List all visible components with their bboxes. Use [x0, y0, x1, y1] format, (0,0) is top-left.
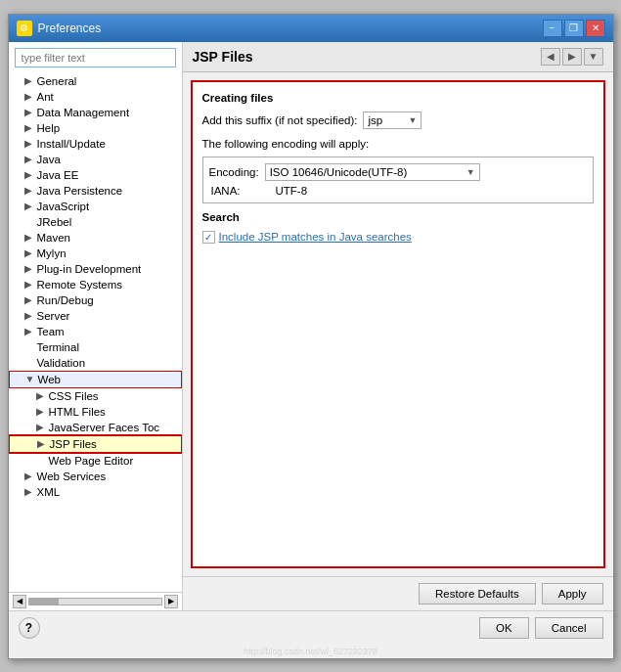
sidebar-item-general[interactable]: ▶ General — [9, 73, 182, 89]
arrow-icon: ▶ — [24, 138, 34, 149]
iana-label: IANA: — [211, 185, 270, 197]
restore-button[interactable]: ❐ — [564, 20, 584, 37]
title-bar: ⚙ Preferences − ❐ ✕ — [9, 15, 613, 42]
arrow-icon: ▶ — [36, 422, 46, 432]
sidebar-item-label: Maven — [37, 232, 71, 244]
sidebar-item-java[interactable]: ▶ Java — [9, 152, 182, 167]
suffix-select[interactable]: jsp ▼ — [363, 112, 421, 129]
sidebar-item-server[interactable]: ▶ Server — [9, 308, 182, 324]
sidebar-item-label: General — [37, 75, 77, 87]
help-button[interactable]: ? — [19, 617, 40, 639]
sidebar-item-label: Web — [38, 374, 61, 385]
dropdown-button[interactable]: ▼ — [584, 48, 603, 66]
sidebar-item-label: Web Services — [37, 470, 107, 482]
scrollbar-track — [28, 598, 162, 605]
sidebar-item-web-page-editor[interactable]: ▶ Web Page Editor — [9, 453, 182, 469]
scroll-left-button[interactable]: ◀ — [13, 595, 26, 608]
sidebar-item-css-files[interactable]: ▶ CSS Files — [9, 388, 182, 404]
sidebar-item-label: Server — [37, 310, 70, 322]
apply-button[interactable]: Apply — [542, 583, 603, 605]
title-bar-left: ⚙ Preferences — [17, 21, 102, 36]
suffix-value: jsp — [368, 114, 382, 126]
arrow-icon: ▶ — [24, 263, 34, 274]
arrow-icon: ▶ — [24, 201, 34, 211]
sidebar-item-terminal[interactable]: ▶ Terminal — [9, 339, 182, 355]
sidebar-item-label: JRebel — [37, 216, 72, 228]
scroll-right-button[interactable]: ▶ — [164, 595, 178, 608]
sidebar-item-ant[interactable]: ▶ Ant — [9, 89, 182, 105]
suffix-label: Add this suffix (if not specified): — [202, 114, 358, 126]
expand-arrow-icon: ▼ — [25, 374, 35, 384]
sidebar-item-plugin-development[interactable]: ▶ Plug-in Development — [9, 261, 182, 277]
encoding-label: Encoding: — [209, 166, 259, 178]
sidebar-item-java-ee[interactable]: ▶ Java EE — [9, 167, 182, 183]
encoding-dropdown-arrow-icon: ▼ — [466, 167, 475, 177]
encoding-value: ISO 10646/Unicode(UTF-8) — [270, 166, 408, 178]
sidebar-item-jsf[interactable]: ▶ JavaServer Faces Toc — [9, 420, 182, 435]
sidebar-item-web-services[interactable]: ▶ Web Services — [9, 469, 182, 484]
arrow-icon: ▶ — [24, 185, 34, 196]
iana-row: IANA: UTF-8 — [209, 185, 587, 197]
search-section: Search ✓ Include JSP matches in Java sea… — [202, 211, 594, 244]
arrow-icon: ▶ — [24, 310, 34, 321]
arrow-icon: ▶ — [24, 247, 34, 258]
forward-button[interactable]: ▶ — [562, 48, 582, 66]
sidebar-item-jrebel[interactable]: ▶ JRebel — [9, 214, 182, 230]
arrow-icon: ▶ — [36, 406, 46, 417]
cancel-button[interactable]: Cancel — [535, 617, 603, 639]
encoding-desc-label: The following encoding will apply: — [202, 138, 370, 150]
close-button[interactable]: ✕ — [586, 20, 605, 37]
encoding-select[interactable]: ISO 10646/Unicode(UTF-8) ▼ — [265, 163, 480, 181]
title-buttons: − ❐ ✕ — [543, 20, 605, 37]
window-title: Preferences — [38, 22, 102, 35]
sidebar-item-help[interactable]: ▶ Help — [9, 120, 182, 136]
sidebar-item-mylyn[interactable]: ▶ Mylyn — [9, 246, 182, 261]
horizontal-scrollbar: ◀ ▶ — [9, 592, 182, 610]
ok-button[interactable]: OK — [479, 617, 529, 639]
sidebar-item-label: Help — [37, 122, 61, 134]
checkmark-icon: ✓ — [204, 232, 212, 243]
arrow-icon: ▶ — [24, 107, 34, 117]
arrow-icon: ▶ — [37, 438, 47, 449]
include-jsp-label[interactable]: Include JSP matches in Java searches — [219, 231, 412, 243]
sidebar-item-validation[interactable]: ▶ Validation — [9, 355, 182, 371]
content-area: ▶ General ▶ Ant ▶ Data Management ▶ Help… — [9, 42, 613, 610]
sidebar-item-data-management[interactable]: ▶ Data Management — [9, 105, 182, 120]
sidebar-item-jsp-files[interactable]: ▶ JSP Files — [9, 435, 182, 453]
sidebar-item-label: Plug-in Development — [37, 263, 142, 275]
sidebar-item-java-persistence[interactable]: ▶ Java Persistence — [9, 183, 182, 199]
ok-cancel-buttons: OK Cancel — [479, 617, 602, 639]
back-button[interactable]: ◀ — [541, 48, 560, 66]
sidebar-item-web[interactable]: ▼ Web — [9, 371, 182, 388]
arrow-icon: ▶ — [24, 169, 34, 180]
action-buttons: Restore Defaults Apply — [419, 583, 602, 605]
preferences-window: ⚙ Preferences − ❐ ✕ ▶ General ▶ Ant — [8, 14, 614, 659]
sidebar-item-label: Java — [37, 154, 61, 165]
search-input[interactable] — [15, 48, 176, 67]
nav-arrows: ◀ ▶ ▼ — [541, 48, 603, 66]
sidebar-item-team[interactable]: ▶ Team — [9, 324, 182, 339]
arrow-icon: ▶ — [24, 470, 34, 481]
sidebar-item-maven[interactable]: ▶ Maven — [9, 230, 182, 246]
sidebar-item-label: HTML Files — [49, 406, 106, 418]
sidebar-item-remote-systems[interactable]: ▶ Remote Systems — [9, 277, 182, 292]
arrow-icon: ▶ — [36, 390, 46, 401]
sidebar-item-xml[interactable]: ▶ XML — [9, 484, 182, 500]
sidebar-item-install-update[interactable]: ▶ Install/Update — [9, 136, 182, 152]
content-box: Creating files Add this suffix (if not s… — [191, 80, 605, 568]
encoding-box: Encoding: ISO 10646/Unicode(UTF-8) ▼ IAN… — [202, 157, 594, 203]
arrow-icon: ▶ — [24, 91, 34, 102]
sidebar-item-label: Java EE — [37, 169, 79, 181]
dropdown-arrow-icon: ▼ — [409, 115, 418, 125]
sidebar-item-run-debug[interactable]: ▶ Run/Debug — [9, 292, 182, 308]
include-jsp-checkbox[interactable]: ✓ — [202, 231, 215, 244]
minimize-button[interactable]: − — [543, 20, 562, 37]
sidebar-item-label: Mylyn — [37, 247, 67, 259]
right-panel: JSP Files ◀ ▶ ▼ Creating files Add this … — [183, 42, 613, 610]
restore-defaults-button[interactable]: Restore Defaults — [419, 583, 536, 605]
sidebar-item-label: Team — [37, 326, 65, 337]
arrow-icon: ▶ — [24, 232, 34, 243]
scrollbar-thumb — [29, 599, 59, 605]
sidebar-item-html-files[interactable]: ▶ HTML Files — [9, 404, 182, 420]
sidebar-item-javascript[interactable]: ▶ JavaScript — [9, 199, 182, 214]
